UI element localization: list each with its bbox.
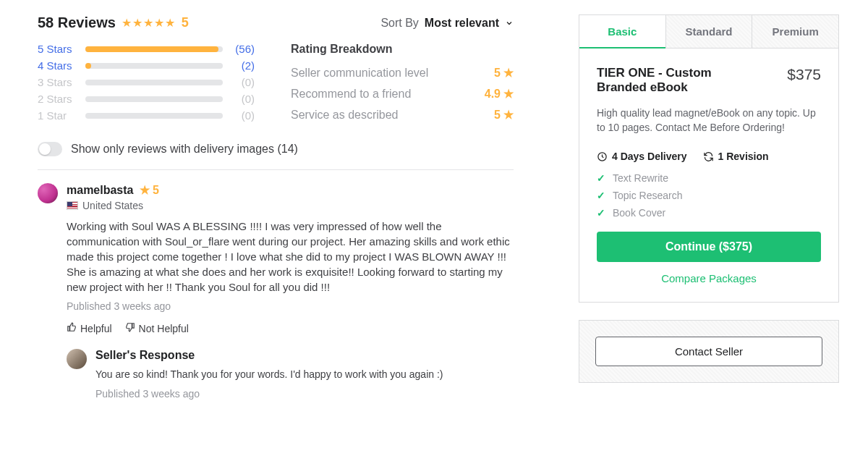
- feature-item: ✓Book Cover: [597, 207, 821, 219]
- clock-icon: [597, 151, 608, 162]
- package-price: $375: [787, 66, 821, 83]
- us-flag-icon: [67, 201, 78, 210]
- sort-dropdown[interactable]: Sort By Most relevant: [380, 17, 514, 30]
- dist-row-1: 1 Star (0): [38, 109, 255, 122]
- toggle-label: Show only reviews with delivery images (…: [71, 143, 298, 156]
- review-item: mamelbasta ★ 5 United States Working wit…: [38, 183, 514, 334]
- reviewer-country: United States: [82, 200, 143, 211]
- seller-response-text: You are so kind! Thank you for your word…: [95, 368, 514, 382]
- delivery-time: 4 Days Delivery: [597, 151, 687, 162]
- review-text: Working with Soul WAS A BLESSING !!!! I …: [67, 219, 514, 295]
- tab-standard[interactable]: Standard: [665, 15, 752, 48]
- tab-basic[interactable]: Basic: [579, 15, 665, 48]
- thumb-up-icon: [67, 322, 77, 334]
- chevron-down-icon: [505, 19, 514, 28]
- package-panel: TIER ONE - Custom Branded eBook $375 Hig…: [579, 48, 839, 303]
- feature-item: ✓Text Rewrite: [597, 172, 821, 184]
- check-icon: ✓: [597, 190, 605, 201]
- star-icon: ★: [503, 66, 514, 80]
- reviews-count: 58 Reviews: [38, 14, 116, 31]
- reviewer-name[interactable]: mamelbasta: [67, 184, 134, 197]
- helpful-button[interactable]: Helpful: [67, 322, 112, 334]
- revisions: 1 Revision: [703, 151, 769, 162]
- feature-item: ✓Topic Research: [597, 190, 821, 201]
- package-tabs: Basic Standard Premium: [579, 14, 839, 48]
- rating-distribution: 5 Stars (56) 4 Stars (2) 3 Stars (0) 2 S…: [38, 43, 255, 129]
- star-icon: ★: [503, 108, 514, 122]
- reviewer-rating: ★ 5: [140, 183, 159, 197]
- refresh-icon: [703, 151, 714, 162]
- check-icon: ✓: [597, 207, 605, 219]
- sort-label: Sort By: [380, 17, 418, 30]
- package-description: High quality lead magnet/eBook on any to…: [597, 106, 821, 135]
- package-title: TIER ONE - Custom Branded eBook: [597, 66, 763, 95]
- reviewer-avatar: [38, 183, 58, 203]
- star-icon: ★: [140, 184, 150, 196]
- dist-row-5[interactable]: 5 Stars (56): [38, 43, 255, 55]
- star-icon: ★: [503, 87, 514, 101]
- seller-response-title: Seller's Response: [95, 349, 514, 362]
- breakdown-row: Recommend to a friend 4.9 ★: [291, 87, 514, 101]
- breakdown-row: Seller communication level 5 ★: [291, 66, 514, 80]
- tab-premium[interactable]: Premium: [752, 15, 838, 48]
- sort-value: Most relevant: [425, 17, 499, 30]
- breakdown-title: Rating Breakdown: [291, 43, 514, 56]
- dist-row-2: 2 Stars (0): [38, 93, 255, 105]
- compare-packages-link[interactable]: Compare Packages: [597, 272, 821, 284]
- breakdown-row: Service as described 5 ★: [291, 108, 514, 122]
- seller-response-published: Published 3 weeks ago: [95, 388, 514, 400]
- review-published: Published 3 weeks ago: [67, 300, 514, 312]
- overall-rating: 5: [182, 15, 189, 30]
- not-helpful-button[interactable]: Not Helpful: [125, 322, 189, 334]
- dist-row-4[interactable]: 4 Stars (2): [38, 59, 255, 72]
- check-icon: ✓: [597, 172, 605, 184]
- thumb-down-icon: [125, 322, 135, 334]
- overall-stars: ★★★★★: [122, 16, 176, 30]
- dist-row-3: 3 Stars (0): [38, 76, 255, 88]
- seller-response: Seller's Response You are so kind! Thank…: [67, 349, 514, 410]
- contact-seller-button[interactable]: Contact Seller: [595, 337, 822, 366]
- continue-button[interactable]: Continue ($375): [597, 232, 821, 262]
- seller-avatar: [67, 349, 87, 369]
- delivery-images-toggle[interactable]: [38, 142, 62, 156]
